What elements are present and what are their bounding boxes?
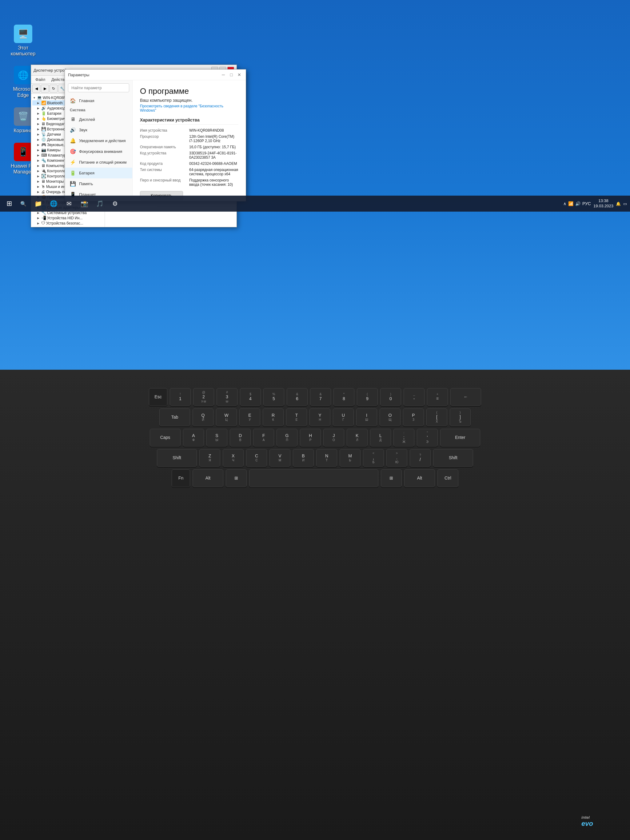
key-escape[interactable]: Esc <box>149 388 167 406</box>
tray-notification-icon[interactable]: 🔔 <box>616 202 621 206</box>
key-shift-right[interactable]: Shift <box>433 449 473 467</box>
key-fn[interactable]: Fn <box>172 469 190 487</box>
key-ctrl-right[interactable]: Ctrl <box>437 469 458 487</box>
settings-close-button[interactable]: ✕ <box>236 71 243 78</box>
nav-item-focus[interactable]: 🎯 Фокусировка внимания <box>65 146 132 157</box>
key-r[interactable]: RК <box>263 409 284 426</box>
key-semicolon[interactable]: :;Ж <box>393 429 414 447</box>
taskbar-clock[interactable]: 13:38 19.03.2023 <box>594 198 613 209</box>
key-m[interactable]: MЬ <box>339 449 360 467</box>
key-bracket-right[interactable]: }]Ъ <box>450 409 471 426</box>
key-p[interactable]: PЗ <box>403 409 424 426</box>
nav-item-memory[interactable]: 💾 Память <box>65 178 132 189</box>
key-4[interactable]: $4 <box>240 388 261 406</box>
key-l[interactable]: LД <box>370 429 391 447</box>
spec-value-product-id: 00342-42324-06688-AAOEM <box>189 161 238 166</box>
nav-item-display[interactable]: 🖥 Дисплей <box>65 114 132 125</box>
nav-item-battery[interactable]: 🔋 Батарея <box>65 167 132 178</box>
key-x[interactable]: XЧ <box>223 449 244 467</box>
key-c[interactable]: CС <box>246 449 267 467</box>
key-slash[interactable]: ?/ <box>410 449 431 467</box>
key-win-left[interactable]: ⊞ <box>226 469 247 487</box>
tray-network-icon[interactable]: 📶 <box>568 201 573 206</box>
key-q[interactable]: QЙ <box>193 409 213 426</box>
key-bracket-left[interactable]: {[Х <box>426 409 447 426</box>
key-k[interactable]: KЛ <box>347 429 368 447</box>
key-0[interactable]: )0 <box>380 388 401 406</box>
sound-nav-icon: 🔊 <box>70 127 76 133</box>
key-enter[interactable]: Enter <box>440 429 480 447</box>
key-a[interactable]: AФ <box>183 429 204 447</box>
key-g[interactable]: GП <box>276 429 297 447</box>
key-z[interactable]: ZЯ <box>199 449 220 467</box>
key-tab[interactable]: Tab <box>159 409 190 426</box>
spec-value-device-name: WIN-KQR08R4ND08 <box>189 128 238 133</box>
key-t[interactable]: TЕ <box>286 409 307 426</box>
key-v[interactable]: VМ <box>270 449 291 467</box>
key-5[interactable]: %5 <box>263 388 284 406</box>
key-n[interactable]: NТ <box>316 449 337 467</box>
key-3[interactable]: #3ш <box>216 388 237 406</box>
key-caps[interactable]: Caps <box>150 429 181 447</box>
key-u[interactable]: UГ <box>333 409 354 426</box>
spec-label-processor: Процессор <box>140 134 189 143</box>
nav-item-power[interactable]: ⚡ Питание и спящий режим <box>65 157 132 167</box>
tray-show-desktop-icon[interactable]: ▭ <box>623 202 627 206</box>
key-6[interactable]: &6 <box>287 388 308 406</box>
tray-speaker-icon[interactable]: 🔊 <box>575 201 581 206</box>
key-period[interactable]: >.Ю <box>386 449 407 467</box>
taskbar-edge-app[interactable]: 🌐 <box>47 197 60 210</box>
taskbar-search-button[interactable]: 🔍 <box>17 198 30 209</box>
taskbar-folder-app[interactable]: 📁 <box>32 197 45 210</box>
key-i[interactable]: IШ <box>356 409 377 426</box>
nav-display-label: Дисплей <box>79 117 95 122</box>
key-s[interactable]: SЫ <box>207 429 227 447</box>
key-h[interactable]: HР <box>300 429 321 447</box>
key-quote[interactable]: "'Э <box>417 429 438 447</box>
nav-item-sound[interactable]: 🔊 Звук <box>65 125 132 135</box>
taskbar-camera-app[interactable]: 📸 <box>77 197 91 210</box>
settings-maximize-button[interactable]: □ <box>228 71 235 78</box>
key-shift-left[interactable]: Shift <box>157 449 197 467</box>
key-8[interactable]: *8 <box>333 388 354 406</box>
taskbar-music-app[interactable]: 🎵 <box>93 197 106 210</box>
key-2[interactable]: @2з ш <box>193 388 214 406</box>
key-minus[interactable]: _- <box>404 388 425 406</box>
dm-menu-file[interactable]: Файл <box>32 76 48 83</box>
about-security-link[interactable]: Просмотреть сведения в разделе "Безопасн… <box>140 104 238 112</box>
taskbar-settings-app[interactable]: ⚙ <box>108 197 122 210</box>
key-o[interactable]: OЩ <box>380 409 401 426</box>
key-7[interactable]: &7 <box>310 388 331 406</box>
settings-minimize-button[interactable]: ─ <box>220 71 227 78</box>
key-d[interactable]: DВ <box>230 429 251 447</box>
key-f[interactable]: FА <box>253 429 274 447</box>
key-alt-right[interactable]: Alt <box>404 469 435 487</box>
dm-refresh-button[interactable]: ↻ <box>49 85 57 93</box>
dm-forward-button[interactable]: ▶ <box>41 85 49 93</box>
settings-search-input[interactable] <box>68 83 129 92</box>
desktop-icon-computer[interactable]: 🖥️ Этоткомпьютер <box>9 25 37 57</box>
taskbar-mail-app[interactable]: ✉ <box>62 197 76 210</box>
key-j[interactable]: JО <box>323 429 344 447</box>
tree-item-hid[interactable]: ▶ 📲 Устройства HID Ин... <box>32 215 103 221</box>
nav-item-home[interactable]: 🏠 Главная <box>65 95 132 106</box>
start-button[interactable]: ⊞ <box>3 197 16 210</box>
key-win-right[interactable]: ⊞ <box>381 469 402 487</box>
key-e[interactable]: EУ <box>239 409 260 426</box>
tray-lang-indicator[interactable]: РУС <box>582 201 591 206</box>
key-1[interactable]: !1 <box>170 388 191 406</box>
key-comma[interactable]: <,Б <box>363 449 384 467</box>
key-w[interactable]: WЦ <box>216 409 237 426</box>
key-b[interactable]: BИ <box>293 449 314 467</box>
key-y[interactable]: YН <box>309 409 330 426</box>
tree-item-security[interactable]: ▶ 🛡 Устройства безопас... <box>32 221 103 226</box>
key-9[interactable]: (9 <box>357 388 378 406</box>
key-backspace[interactable]: ← <box>450 388 481 406</box>
nav-item-notifications[interactable]: 🔔 Уведомления и действия <box>65 135 132 146</box>
spec-value-touch: Поддержка сенсорного ввода (точек касани… <box>189 178 238 187</box>
key-space[interactable] <box>249 469 378 487</box>
dm-back-button[interactable]: ◀ <box>32 85 40 93</box>
key-alt-left[interactable]: Alt <box>193 469 223 487</box>
key-equals[interactable]: += <box>427 388 448 406</box>
tray-arrow-icon[interactable]: ∧ <box>563 201 566 206</box>
